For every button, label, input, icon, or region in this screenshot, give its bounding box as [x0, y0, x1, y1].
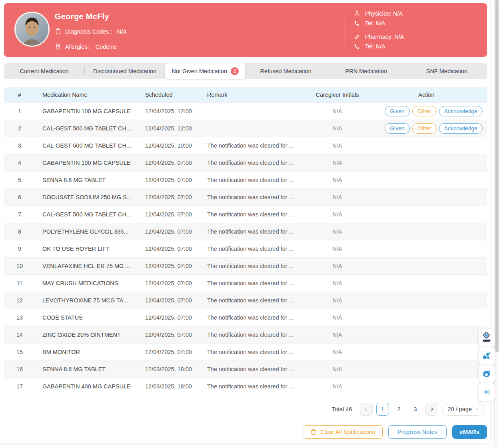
caregiver-initials-cell: N/A [308, 360, 366, 378]
chat-chart-button[interactable] [479, 365, 495, 383]
remark-cell: The notification was cleared for ... [203, 292, 308, 309]
dots-cluster-icon [482, 351, 491, 361]
medication-name-cell: GABAPENTIN 100 MG CAPSULE [35, 102, 141, 120]
row-number-cell: 11 [4, 274, 35, 292]
scrollbar-thumb[interactable] [495, 0, 499, 352]
header-scheduled: Scheduled [141, 87, 203, 102]
medication-table-card: # Medication Name Scheduled Remark Careg… [4, 87, 487, 395]
allergies-row: Allergies : Codeine [55, 43, 117, 50]
phone-icon [354, 20, 361, 26]
brand-logo-button[interactable] [479, 329, 495, 347]
other-button[interactable]: Other [412, 123, 437, 134]
page-button-3[interactable]: 3 [409, 403, 422, 416]
table-row: 12LEVOTHYROXINE 75 MCG TA...12/04/2025, … [4, 292, 487, 309]
scheduled-cell: 12/03/2025, 18:00 [141, 360, 203, 378]
medication-name-cell: CAL-GEST 500 MG TABLET CH... [35, 206, 141, 223]
action-cell: GivenOtherAcknowledge [366, 102, 487, 120]
medication-name-cell: BM MONITOR [35, 343, 141, 360]
scheduled-cell: 12/04/2025, 07:00 [141, 326, 203, 343]
remark-cell: The notification was cleared for ... [203, 378, 308, 395]
table-row: 4GABAPENTIN 100 MG CAPSULE12/04/2025, 07… [4, 154, 487, 171]
tab-snf-medication[interactable]: SNF Medication [407, 63, 487, 79]
action-cell [366, 326, 487, 343]
page-button-2[interactable]: 2 [393, 403, 405, 416]
given-button[interactable]: Given [385, 106, 410, 116]
diagnosis-row: Diagnosis Codes : N/A [55, 28, 127, 35]
table-row: 9OK TO USE HOYER LIFT12/04/2025, 07:00Th… [4, 240, 487, 257]
scheduled-cell: 12/04/2025, 07:00 [141, 188, 203, 206]
remark-cell: The notification was cleared for ... [203, 274, 308, 292]
tab-not-given-medication[interactable]: Not Given Medication 2 [165, 63, 246, 79]
medication-name-cell: MAY CRUSH MEDICATIONS [35, 274, 141, 292]
scheduled-cell: 12/04/2025, 10:00 [141, 137, 203, 154]
caregiver-initials-cell: N/A [308, 137, 366, 154]
tab-prn-medication[interactable]: PRN Medication [326, 63, 406, 79]
action-cell [366, 154, 487, 171]
progress-notes-button[interactable]: Progress Notes [388, 425, 447, 439]
remark-cell: The notification was cleared for ... [203, 188, 308, 206]
pharmacy-value: Pharmacy: N/A [365, 34, 404, 40]
caregiver-initials-cell: N/A [308, 292, 366, 309]
caregiver-initials-cell: N/A [308, 309, 366, 326]
header-action: Action [366, 87, 487, 102]
phone-icon [354, 44, 361, 50]
action-cell [366, 274, 487, 292]
row-number-cell: 6 [4, 188, 35, 206]
remark-cell: The notification was cleared for ... [203, 137, 308, 154]
remark-cell [203, 120, 308, 137]
avatar [14, 12, 50, 47]
scheduled-cell: 12/04/2025, 07:00 [141, 154, 203, 171]
table-row: 14ZINC OXIDE 20% OINTMENT12/04/2025, 07:… [4, 326, 487, 343]
page-button-1[interactable]: 1 [376, 403, 389, 416]
scheduled-cell: 12/04/2025, 07:00 [141, 274, 203, 292]
remark-cell [203, 102, 308, 120]
tab-refused-medication[interactable]: Refused Medication [246, 63, 326, 79]
next-page-button[interactable] [425, 403, 438, 416]
medication-table-body: 1GABAPENTIN 100 MG CAPSULE12/04/2025, 12… [4, 102, 487, 395]
caregiver-initials-cell: N/A [308, 188, 366, 206]
medication-name-cell: CODE STATUS [35, 309, 141, 326]
medication-name-cell: CAL-GEST 500 MG TABLET CH... [35, 120, 141, 137]
page-size-select[interactable]: 20 / page [442, 403, 484, 416]
trash-icon [310, 429, 317, 435]
given-button[interactable]: Given [385, 123, 410, 134]
medication-tabbar: Current Medication Discontinued Medicati… [4, 63, 487, 79]
acknowledge-button[interactable]: Acknowledge [439, 123, 483, 134]
vertical-scrollbar[interactable] [494, 0, 499, 448]
tab-discontinued-medication[interactable]: Discontinued Medication [84, 63, 165, 79]
table-row: 6DOCUSATE SODIUM 250 MG S...12/04/2025, … [4, 188, 487, 206]
row-number-cell: 4 [4, 154, 35, 171]
pill-bottle-icon [55, 43, 62, 50]
row-number-cell: 14 [4, 326, 35, 343]
arrow-to-bar-icon [482, 388, 491, 396]
collapse-panel-button[interactable] [479, 383, 495, 401]
caregiver-initials-cell: N/A [308, 171, 366, 188]
scheduled-cell: 12/04/2025, 12:00 [141, 102, 203, 120]
action-cell [366, 257, 487, 274]
diagnosis-value: N/A [117, 28, 127, 35]
scheduled-cell: 12/04/2025, 07:00 [141, 240, 203, 257]
table-row: 7CAL-GEST 500 MG TABLET CH...12/04/2025,… [4, 206, 487, 223]
header-medication-name: Medication Name [35, 87, 141, 102]
caregiver-initials-cell: N/A [308, 274, 366, 292]
table-row: 11MAY CRUSH MEDICATIONS12/04/2025, 07:00… [4, 274, 487, 292]
row-number-cell: 3 [4, 137, 35, 154]
other-button[interactable]: Other [412, 106, 437, 116]
previous-page-button[interactable] [360, 403, 373, 416]
table-row: 5SENNA 8.6 MG TABLET12/04/2025, 07:00The… [4, 171, 487, 188]
acknowledge-button[interactable]: Acknowledge [439, 106, 483, 116]
pharmacy-tel-row: Tel: N/A [354, 42, 404, 51]
physician-tel-value: Tel: N/A [365, 20, 385, 26]
dots-cluster-button[interactable] [479, 347, 495, 365]
clear-all-notifications-button[interactable]: Clear All Notifications [303, 425, 383, 439]
table-row: 16SENNA 8.6 MG TABLET12/03/2025, 18:00Th… [4, 360, 487, 378]
pagination: Total 46 1 2 3 20 / page [4, 402, 484, 416]
emars-button[interactable]: eMARs [452, 425, 487, 439]
medication-name-cell: GABAPENTIN 100 MG CAPSULE [35, 154, 141, 171]
action-cell [366, 137, 487, 154]
tab-current-medication[interactable]: Current Medication [4, 63, 84, 79]
medication-name-cell: LEVOTHYROXINE 75 MCG TA... [35, 292, 141, 309]
remark-cell: The notification was cleared for ... [203, 223, 308, 240]
action-cell [366, 378, 487, 395]
medication-name-cell: OK TO USE HOYER LIFT [35, 240, 141, 257]
